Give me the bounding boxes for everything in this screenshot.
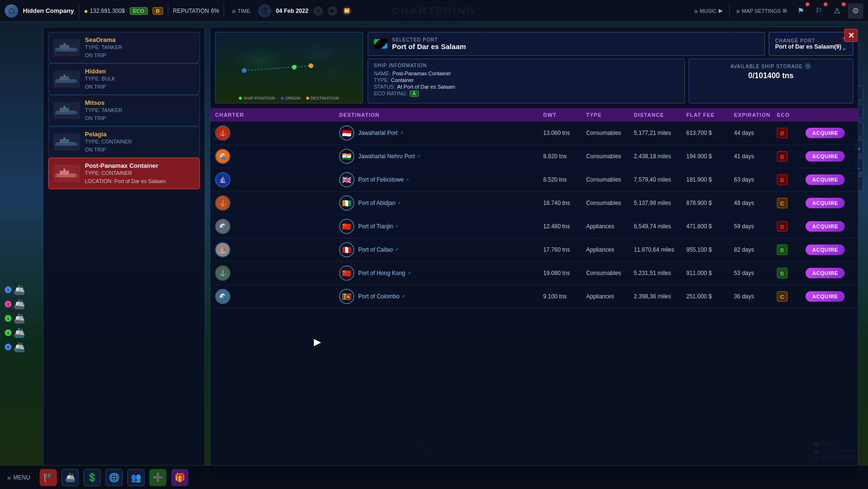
col-action [806,112,853,118]
ship-card-3[interactable]: Pelagia TYPE: CONTAINER ON TRIP [48,126,200,158]
ship-name-row: NAME: Post-Panamax Container [374,71,679,76]
company-name: Hidden Company [23,7,74,14]
eco-cell-3: C [777,198,806,208]
charter-avatar-2: ⛵ [215,172,230,187]
destination-dot [306,97,309,100]
port-name-link-3[interactable]: Port of Abidjan ↗ [358,200,401,206]
music-btn[interactable]: » MUSIC ▶ [691,6,725,16]
expiration-cell-0: 44 days [734,130,777,136]
map-grid-icon: ⊞ [783,8,787,14]
map-settings-btn[interactable]: » MAP SETTINGS ⊞ [734,6,790,16]
bottom-icon-fire[interactable]: 🏴 [40,469,57,486]
charter-panel: SHIP POSITION ORIGIN DESTINATION [210,27,858,484]
ship-card-type-1: TYPE: BULK [85,75,195,83]
table-row-3: ⚓ 🇨🇮 Port of Abidjan ↗ 18.740 tns Consum… [210,192,858,215]
ship-info-row: SHIP INFORMATION NAME: Post-Panamax Cont… [368,59,853,103]
play-btn[interactable]: ▶ [328,6,337,16]
ship-card-info-3: Pelagia TYPE: CONTAINER ON TRIP [85,131,195,153]
distance-cell-5: 11.870,64 miles [634,246,686,253]
type-cell-2: Consumables [586,176,634,183]
acquire-btn-4[interactable]: ACQUIRE [806,221,845,232]
sidebar-indicator-1[interactable]: 1 🚢 [5,284,33,295]
col-eco: ECO [777,112,806,118]
port-name-link-5[interactable]: Port of Callao ↗ [358,246,399,253]
svg-point-27 [292,65,297,70]
alert2-icon-group: ⚐ [812,4,826,18]
bottom-icon-gift[interactable]: 🎁 [171,469,188,486]
menu-button[interactable]: » MENU [7,474,30,481]
ship-icon-2: 🚢 [13,298,25,310]
sidebar-indicator-4[interactable]: 1 🚢 [5,327,33,338]
indicator-dot-blue-2: 0 [5,344,11,350]
type-cell-1: Consumables [586,153,634,160]
acquire-btn-6[interactable]: ACQUIRE [806,268,845,278]
indicator-dot-blue-1: 1 [5,286,11,293]
svg-rect-22 [63,169,65,172]
port-name-link-1[interactable]: Jawaharlal Nehru Port ↗ [358,153,421,160]
ext-link-icon-6: ↗ [407,271,411,275]
bottom-icon-globe[interactable]: 🌐 [105,469,123,486]
sidebar-indicator-5[interactable]: 0 🚢 [5,341,33,353]
close-button[interactable]: ✕ [844,29,858,42]
ship-card-1[interactable]: Hidden TYPE: BULK ON TRIP [48,63,200,95]
port-row: SELECTED PORT Port of Dar es Salaam CHAN… [368,32,853,56]
ship-card-2[interactable]: Mitsos TYPE: TANKER ON TRIP [48,95,200,126]
charter-cell-5: ⛵ [215,242,339,257]
svg-marker-4 [76,48,78,51]
acquire-cell-6: ACQUIRE [806,268,853,278]
ship-icon-5: 🚢 [13,341,25,353]
table-row-0: ⚓ 🇮🇩 Jawaharlal Port ↗ 13.060 tns Consum… [210,122,858,145]
acquire-cell-0: ACQUIRE [806,128,853,138]
svg-marker-24 [76,173,78,177]
sidebar-indicator-2[interactable]: 2 🚢 [5,298,33,310]
port-name-link-4[interactable]: Port of Tianjin ↗ [358,223,399,230]
port-name-link-6[interactable]: Port of Hong Kong ↗ [358,270,411,276]
svg-point-28 [309,63,313,68]
distance-cell-7: 2.398,36 miles [634,293,686,300]
distance-cell-6: 5.231,51 miles [634,270,686,276]
acquire-btn-5[interactable]: ACQUIRE [806,244,845,255]
bottom-icon-users[interactable]: 👥 [127,469,145,486]
charter-cell-3: ⚓ [215,195,339,211]
acquire-btn-2[interactable]: ACQUIRE [806,174,845,185]
flatfee-cell-3: 878.900 $ [686,200,734,206]
play-music-icon[interactable]: ▶ [719,8,723,14]
sidebar-indicator-3[interactable]: 1 🚢 [5,313,33,324]
storage-help-icon[interactable]: ? [805,63,811,70]
settings-btn[interactable]: ⚙ [848,3,863,19]
bottom-icon-dollar[interactable]: 💲 [83,469,101,486]
col-flat-fee: FLAT FEE [686,112,734,118]
time-control[interactable]: » TIME [229,6,253,16]
charter-avatar-1: 🌊 [215,149,230,164]
port-name-link-7[interactable]: Port of Colombo ↗ [358,293,405,300]
ship-card-name-4: Post-Panamax Container [85,162,195,169]
col-destination: DESTINATION [339,112,543,118]
pause-btn[interactable]: ⏸ [313,6,323,16]
port-flag-1: 🇮🇳 [339,149,354,164]
ship-icon-4: 🚢 [13,327,25,338]
change-port-info: CHANGE PORT Port of Dar es Salaam(9) [775,38,841,50]
acquire-btn-0[interactable]: ACQUIRE [806,128,845,138]
acquire-btn-7[interactable]: ACQUIRE [806,291,845,302]
ship-card-4[interactable]: Post-Panamax Container TYPE: CONTAINER L… [48,158,200,189]
charter-cell-0: ⚓ [215,125,339,141]
fast-forward-btn[interactable]: ⏩ [342,6,351,16]
port-name-link-0[interactable]: Jawaharlal Port ↗ [358,130,403,136]
expiration-cell-3: 48 days [734,200,777,206]
selected-port-label: SELECTED PORT [392,37,466,42]
divider-1 [79,4,79,18]
destination-cell-3: 🇨🇮 Port of Abidjan ↗ [339,195,543,211]
port-name-link-2[interactable]: Port of Felixstowe ↗ [358,176,409,183]
type-cell-6: Consumables [586,270,634,276]
ship-card-0[interactable]: SeaOrama TYPE: TANKER ON TRIP [48,32,200,63]
acquire-btn-3[interactable]: ACQUIRE [806,198,845,208]
dwt-cell-0: 13.060 tns [543,130,586,136]
bottom-icon-ship[interactable]: 🚢 [62,469,79,486]
bottom-icon-plus[interactable]: ➕ [149,469,166,486]
acquire-btn-1[interactable]: ACQUIRE [806,151,845,162]
port-flag-3: 🇨🇮 [339,195,354,211]
expiration-cell-4: 59 days [734,223,777,230]
change-port-box[interactable]: CHANGE PORT Port of Dar es Salaam(9) ⌃⌄ [769,32,853,56]
destination-cell-0: 🇮🇩 Jawaharlal Port ↗ [339,125,543,141]
ship-svg-4 [55,167,79,180]
